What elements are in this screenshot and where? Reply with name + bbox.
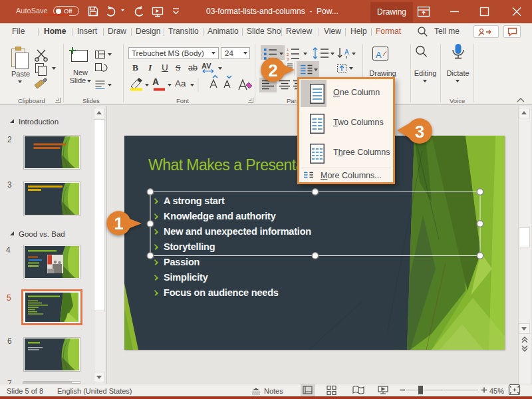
svg-text:3: 3 — [415, 122, 424, 142]
svg-text:A: A — [344, 49, 349, 56]
svg-text:2: 2 — [287, 53, 289, 57]
svg-text:A: A — [376, 50, 382, 60]
svg-text:2: 2 — [268, 61, 277, 80]
svg-text:1: 1 — [114, 213, 123, 233]
svg-text:1: 1 — [287, 48, 289, 52]
